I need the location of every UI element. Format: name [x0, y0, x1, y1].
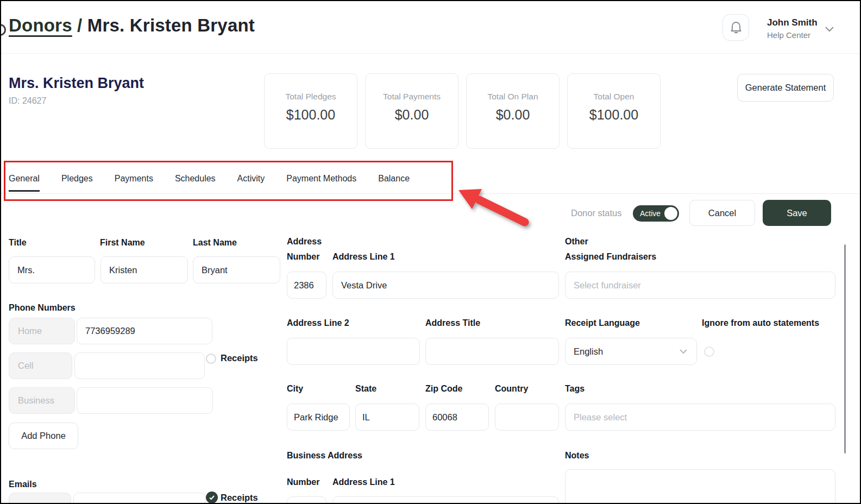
phone-type-cell: Cell	[9, 352, 72, 379]
phone-home-field[interactable]	[77, 318, 212, 344]
stat-card-total-open: Total Open $100.00	[567, 73, 661, 149]
tab-pledges[interactable]: Pledges	[61, 174, 93, 184]
address-title-label: Address Title	[425, 318, 480, 328]
tab-general[interactable]: General	[9, 174, 40, 184]
receipt-language-value: English	[574, 346, 603, 357]
country-field[interactable]	[495, 404, 559, 431]
check-icon	[209, 494, 215, 501]
phone-numbers-heading: Phone Numbers	[9, 303, 76, 313]
phone-cell-field[interactable]	[74, 352, 205, 379]
email-field[interactable]	[73, 493, 206, 504]
stat-value: $100.00	[568, 107, 660, 123]
stat-card-total-pledges: Total Pledges $100.00	[264, 73, 357, 149]
country-label: Country	[495, 384, 528, 394]
city-field[interactable]	[287, 404, 350, 431]
state-label: State	[355, 384, 376, 394]
donor-profile-page: Donors / Mrs. Kristen Bryant John Smith …	[0, 0, 861, 504]
tags-label: Tags	[565, 384, 585, 394]
city-label: City	[287, 384, 303, 394]
cancel-button[interactable]: Cancel	[689, 200, 755, 226]
stat-value: $100.00	[265, 107, 357, 123]
phone-business-field[interactable]	[77, 387, 213, 414]
zip-code-field[interactable]	[425, 404, 489, 431]
first-name-field[interactable]	[100, 256, 188, 284]
chevron-down-icon[interactable]	[824, 23, 835, 35]
cropped-edge-button	[0, 24, 6, 36]
zip-code-label: Zip Code	[425, 384, 462, 394]
title-label: Title	[9, 238, 27, 248]
annotation-arrow	[451, 182, 532, 231]
stat-label: Total Pledges	[265, 92, 357, 102]
title-field[interactable]	[9, 256, 95, 284]
last-name-field[interactable]	[193, 256, 280, 284]
phone-receipts-radio[interactable]	[206, 354, 216, 364]
user-name[interactable]: John Smith	[767, 17, 818, 28]
ignore-auto-statements-radio[interactable]	[704, 346, 714, 357]
chevron-down-icon	[678, 346, 689, 357]
ignore-auto-statements-label: Ignore from auto statements	[702, 318, 819, 328]
toggle-label: Active	[640, 209, 661, 218]
stat-value: $0.00	[366, 107, 458, 123]
stat-card-total-on-plan: Total On Plan $0.00	[466, 73, 560, 149]
breadcrumb: Donors / Mrs. Kristen Bryant	[9, 15, 255, 36]
address-number-label: Number	[287, 252, 319, 262]
notes-label: Notes	[565, 451, 589, 461]
state-field[interactable]	[355, 404, 419, 431]
donor-status-toggle[interactable]: Active	[633, 205, 679, 222]
save-button[interactable]: Save	[763, 200, 831, 226]
business-line1-field[interactable]	[332, 496, 559, 504]
header-divider	[1, 53, 860, 54]
add-phone-button[interactable]: Add Phone	[9, 423, 78, 449]
address-line1-label: Address Line 1	[332, 252, 395, 262]
phone-receipts-label: Receipts	[221, 353, 258, 363]
business-address-heading: Business Address	[287, 451, 362, 461]
address-heading: Address	[287, 237, 322, 247]
tab-activity[interactable]: Activity	[237, 174, 265, 184]
donor-status-label: Donor status	[571, 208, 622, 218]
address-number-field[interactable]	[287, 272, 326, 299]
address-line1-field[interactable]	[332, 272, 559, 299]
tab-payment-methods[interactable]: Payment Methods	[286, 174, 356, 184]
donor-id: ID: 24627	[9, 96, 46, 106]
breadcrumb-current: Mrs. Kristen Bryant	[87, 15, 255, 35]
assigned-fundraisers-label: Assigned Fundraisers	[565, 252, 656, 262]
stat-card-total-payments: Total Payments $0.00	[365, 73, 458, 149]
email-receipts-label: Receipts	[221, 493, 258, 503]
address-line2-label: Address Line 2	[287, 318, 349, 328]
tab-bar: General Pledges Payments Schedules Activ…	[9, 174, 410, 184]
stat-value: $0.00	[467, 107, 559, 123]
notifications-button[interactable]	[722, 14, 749, 41]
page-title: Mrs. Kristen Bryant	[9, 75, 144, 92]
stat-label: Total On Plan	[467, 92, 559, 102]
breadcrumb-donors-link[interactable]: Donors	[9, 15, 72, 35]
tags-select-field[interactable]	[565, 404, 835, 431]
other-heading: Other	[565, 237, 588, 247]
toggle-knob	[664, 207, 677, 220]
bell-icon	[730, 21, 743, 35]
email-type-chip	[9, 493, 71, 504]
tab-schedules[interactable]: Schedules	[175, 174, 216, 184]
receipt-language-label: Receipt Language	[565, 318, 640, 328]
last-name-label: Last Name	[193, 238, 237, 248]
tab-payments[interactable]: Payments	[115, 174, 153, 184]
fundraiser-select-field[interactable]	[565, 272, 835, 299]
business-number-label: Number	[287, 477, 319, 487]
phone-type-home: Home	[9, 318, 75, 344]
business-number-field[interactable]	[287, 496, 326, 504]
business-line1-label: Address Line 1	[332, 477, 395, 487]
stat-label: Total Open	[568, 92, 660, 102]
generate-statement-button[interactable]: Generate Statement	[737, 74, 834, 102]
email-receipts-checked-radio[interactable]	[206, 492, 218, 503]
receipt-language-select[interactable]: English	[565, 338, 697, 365]
address-title-field[interactable]	[425, 338, 559, 365]
tab-bar-divider	[1, 193, 860, 194]
first-name-label: First Name	[100, 238, 145, 248]
address-line2-field[interactable]	[287, 338, 420, 365]
breadcrumb-separator: /	[72, 15, 87, 35]
notes-field[interactable]	[565, 469, 835, 504]
emails-heading: Emails	[9, 480, 37, 489]
stat-label: Total Payments	[366, 92, 458, 102]
vertical-scrollbar[interactable]	[844, 244, 846, 453]
help-center-link[interactable]: Help Center	[767, 30, 810, 40]
tab-balance[interactable]: Balance	[378, 174, 410, 184]
